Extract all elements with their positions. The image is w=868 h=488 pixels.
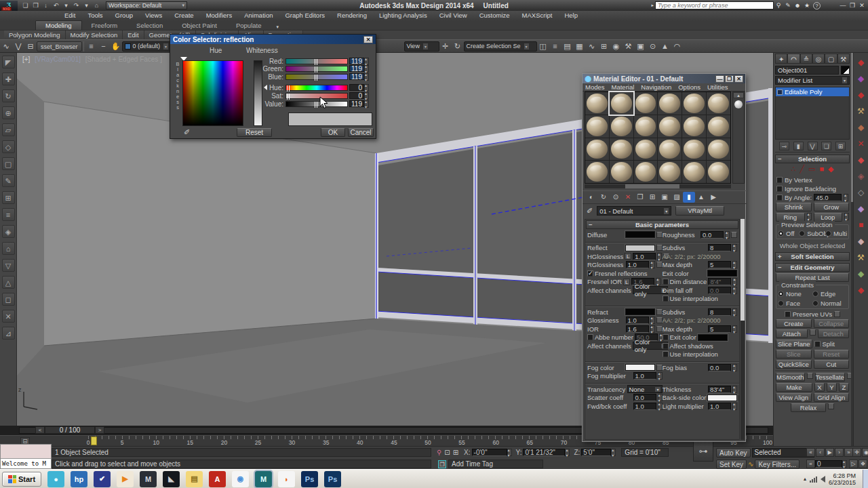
undo-dropdown-icon[interactable]: ▾ xyxy=(61,1,71,10)
favorites-star-icon[interactable]: ★ xyxy=(802,2,812,9)
object-name-field[interactable]: Object001 xyxy=(775,66,839,75)
material-name-dropdown[interactable]: 01 - Default ▾ xyxy=(597,206,671,216)
ring-spinner[interactable] xyxy=(807,213,812,220)
bind-spacewarp-icon[interactable]: ⊟ xyxy=(24,41,37,52)
menu-maxscript[interactable]: MAXScript xyxy=(516,11,559,20)
parameters-scrollbar[interactable] xyxy=(741,219,745,440)
red-slider[interactable] xyxy=(285,58,348,64)
zoom-extents-icon[interactable]: ▷ xyxy=(849,460,858,468)
pencil-icon[interactable]: ✎ xyxy=(783,2,793,9)
start-button[interactable]: Start xyxy=(2,472,41,487)
graphite-icon[interactable]: ▦ xyxy=(574,41,586,52)
angle-snap-icon[interactable]: ◠ xyxy=(671,41,684,52)
right-strip-icon-11[interactable]: ◆ xyxy=(856,236,867,247)
spinner[interactable] xyxy=(658,372,663,380)
assign-material-to-selection-icon[interactable]: ⊙ xyxy=(610,192,622,203)
me-menu-options[interactable]: Options xyxy=(678,83,701,91)
redo-icon[interactable]: ↷ xyxy=(71,1,81,10)
spinner[interactable] xyxy=(658,403,663,410)
slider-marker[interactable] xyxy=(287,85,290,92)
maximize-viewport-icon[interactable]: ❖ xyxy=(859,460,867,468)
color-swatch[interactable] xyxy=(698,334,728,341)
basic-parameters-rollout[interactable]: − Basic parameters xyxy=(586,220,738,229)
spinner[interactable] xyxy=(732,278,737,285)
project-folder-icon[interactable]: ⌂ xyxy=(92,1,102,10)
material-slot-18[interactable] xyxy=(585,161,609,183)
me-menu-navigation[interactable]: Navigation xyxy=(641,83,671,91)
spinner[interactable] xyxy=(650,317,655,324)
color-swatch[interactable] xyxy=(625,245,655,251)
soft-selection-rollout-header[interactable]: + Soft Selection xyxy=(775,252,850,261)
put-to-library-icon[interactable]: ⊞ xyxy=(646,192,658,203)
material-slot-13[interactable] xyxy=(610,138,633,161)
object-color-swatch[interactable] xyxy=(841,66,850,75)
spinner[interactable] xyxy=(732,244,737,251)
material-id-channel-icon[interactable]: ▣ xyxy=(658,192,671,203)
spinner[interactable] xyxy=(650,261,655,268)
value-field[interactable]: 5 xyxy=(708,325,731,333)
redo-dropdown-icon[interactable]: ▾ xyxy=(81,1,92,10)
material-slot-6[interactable] xyxy=(585,115,609,138)
menu-views[interactable]: Views xyxy=(139,11,168,20)
left-strip-icon-5[interactable]: ◇ xyxy=(2,140,15,153)
ribbon-tab-more-icon[interactable]: ▾ xyxy=(271,24,284,30)
3ds-max-taskbar-icon[interactable]: M xyxy=(140,471,157,487)
modifier-list-dropdown[interactable]: Modifier List ▾ xyxy=(775,76,850,85)
relax-settings-button[interactable] xyxy=(828,403,834,409)
render-production-icon[interactable]: ⊙ xyxy=(647,41,659,52)
material-slot-5[interactable] xyxy=(707,92,730,115)
slider-marker[interactable] xyxy=(315,59,317,65)
right-strip-icon-5[interactable]: ✕ xyxy=(856,138,867,149)
open-file-icon[interactable]: ❒ xyxy=(31,1,41,10)
material-slot-0[interactable] xyxy=(585,92,609,115)
lock-icon[interactable]: ⊡ xyxy=(444,449,450,456)
x-coordinate-field[interactable]: -0'0" xyxy=(472,449,507,456)
show-end-result-icon[interactable]: ▮ xyxy=(793,142,804,150)
right-strip-icon-7[interactable]: ◈ xyxy=(856,171,867,182)
material-slot-14[interactable] xyxy=(634,138,658,161)
spinner[interactable] xyxy=(732,386,737,393)
value-value-field[interactable]: 119 xyxy=(349,100,364,107)
frame-spinner[interactable] xyxy=(842,460,847,468)
use-pivot-center-icon[interactable]: ✛ xyxy=(439,41,452,52)
map-button[interactable] xyxy=(656,262,663,268)
dim-distance-checkbox[interactable] xyxy=(663,279,669,285)
blue-slider[interactable] xyxy=(285,74,348,80)
material-slot-3[interactable] xyxy=(658,92,682,115)
prev-frame-button[interactable]: ‹ xyxy=(816,448,825,457)
z-coordinate-field[interactable]: 5'0" xyxy=(581,449,611,456)
material-slot-9[interactable] xyxy=(658,115,682,138)
layer-dash-icon[interactable]: − xyxy=(98,41,110,52)
left-strip-icon-4[interactable]: ▱ xyxy=(2,123,15,136)
tab-create[interactable]: ✦ xyxy=(775,54,787,64)
pick-material-eyedropper-icon[interactable]: ✐ xyxy=(587,207,593,216)
blue-value-field[interactable]: 119 xyxy=(349,73,364,80)
ribbon-panel-polygon-modeling[interactable]: Polygon Modeling xyxy=(4,30,66,39)
map-button[interactable] xyxy=(738,394,740,401)
me-restore-button[interactable]: ❐ xyxy=(725,75,734,83)
red-value-field[interactable]: 119 xyxy=(349,58,364,64)
help-icon[interactable]: ? xyxy=(813,2,821,9)
reset-plane-button[interactable]: Reset Plane xyxy=(814,350,850,359)
spinner[interactable] xyxy=(657,253,662,260)
slider-marker[interactable] xyxy=(315,75,317,81)
attach-button[interactable]: Attach xyxy=(776,329,808,338)
value-field[interactable]: 0.0 xyxy=(708,287,731,294)
add-time-tag[interactable]: Add Time Tag xyxy=(448,460,543,468)
put-material-to-scene-icon[interactable]: ↻ xyxy=(597,192,610,203)
edit-geometry-rollout-header[interactable]: − Edit Geometry xyxy=(775,263,850,272)
material-slot-4[interactable] xyxy=(682,92,706,115)
slots-horizontal-scrollbar[interactable] xyxy=(585,184,731,188)
preview-off-radio[interactable] xyxy=(778,230,784,237)
stack-item-editable-poly[interactable]: Editable Poly xyxy=(776,87,849,96)
menu-group[interactable]: Group xyxy=(109,11,139,20)
map-button[interactable] xyxy=(656,232,663,238)
map-button[interactable] xyxy=(656,365,663,371)
search-icon[interactable]: ⚲ xyxy=(774,2,783,9)
unlink-icon[interactable]: ⋁ xyxy=(12,41,24,52)
schematic-view-icon[interactable]: ⊞ xyxy=(598,41,610,52)
slider-marker[interactable] xyxy=(287,94,290,100)
slice-button[interactable]: Slice xyxy=(776,350,812,359)
photoshop-2-icon[interactable]: Ps xyxy=(324,471,341,487)
welcome-window[interactable]: Welcome to M xyxy=(0,444,52,469)
